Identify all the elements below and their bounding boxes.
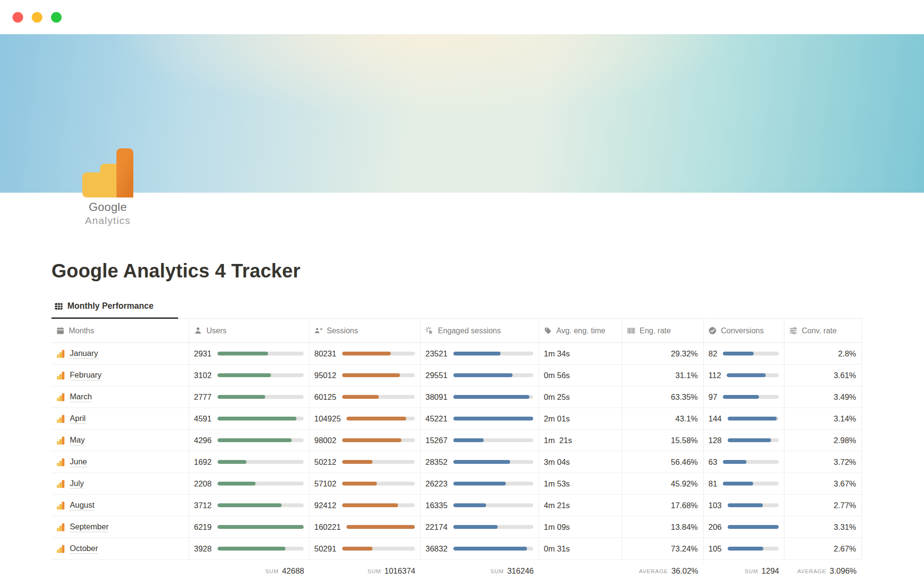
- conversions-cell[interactable]: 128: [704, 430, 784, 451]
- avg_time-cell[interactable]: 4m 21s: [539, 495, 622, 516]
- users-cell[interactable]: 4296: [189, 430, 309, 451]
- conv_rate-cell[interactable]: 3.49%: [784, 386, 862, 407]
- eng_rate-cell[interactable]: 29.32%: [622, 343, 704, 364]
- users-cell[interactable]: 2931: [189, 343, 309, 364]
- column-header-eng_rate[interactable]: Eng. rate: [622, 319, 704, 342]
- footer-sum-conversions[interactable]: SUM1294: [704, 560, 784, 578]
- avg_time-cell[interactable]: 1m 34s: [539, 343, 622, 364]
- users-cell[interactable]: 3928: [189, 538, 309, 559]
- conv_rate-cell[interactable]: 2.77%: [784, 495, 862, 516]
- users-cell[interactable]: 2208: [189, 473, 309, 494]
- month-link[interactable]: October: [51, 538, 189, 559]
- conv_rate-cell[interactable]: 2.67%: [784, 538, 862, 559]
- month-link[interactable]: March: [51, 386, 189, 407]
- footer-sum-sessions[interactable]: SUM1016374: [309, 560, 421, 578]
- month-link[interactable]: February: [51, 365, 189, 386]
- engaged-cell[interactable]: 16335: [421, 495, 539, 516]
- column-header-conv_rate[interactable]: Conv. rate: [784, 319, 862, 342]
- conv_rate-cell[interactable]: 3.72%: [784, 451, 862, 473]
- engaged-cell[interactable]: 26223: [421, 473, 539, 494]
- avg_time-cell[interactable]: 2m 01s: [539, 408, 622, 429]
- avg_time-cell[interactable]: 1m 53s: [539, 473, 622, 494]
- tab-monthly-performance[interactable]: Monthly Performance: [51, 301, 178, 319]
- footer-empty-avg_time[interactable]: [539, 560, 622, 578]
- window-minimize-button[interactable]: [32, 12, 42, 23]
- sessions-cell[interactable]: 98002: [309, 430, 421, 451]
- conv_rate-cell[interactable]: 3.31%: [784, 516, 862, 538]
- sessions-cell[interactable]: 50212: [309, 451, 421, 473]
- eng_rate-cell[interactable]: 56.46%: [622, 451, 704, 473]
- column-header-engaged[interactable]: Engaged sessions: [421, 319, 539, 342]
- engaged-cell[interactable]: 45221: [421, 408, 539, 429]
- month-link[interactable]: September: [51, 516, 189, 538]
- footer-empty-month[interactable]: [51, 560, 189, 578]
- column-header-avg_time[interactable]: Avg. eng. time: [539, 319, 622, 342]
- column-header-sessions[interactable]: Sessions: [309, 319, 421, 342]
- month-link[interactable]: June: [51, 451, 189, 473]
- conversions-cell[interactable]: 105: [704, 538, 784, 559]
- sessions-cell[interactable]: 104925: [309, 408, 421, 429]
- window-zoom-button[interactable]: [51, 12, 62, 23]
- avg_time-cell[interactable]: 0m 25s: [539, 386, 622, 407]
- month-link[interactable]: January: [51, 343, 189, 364]
- sessions-cell[interactable]: 80231: [309, 343, 421, 364]
- footer-average-conv_rate[interactable]: AVERAGE3.096%: [784, 560, 862, 578]
- conversions-cell[interactable]: 81: [704, 473, 784, 494]
- conversions-cell[interactable]: 97: [704, 386, 784, 407]
- users-cell[interactable]: 6219: [189, 516, 309, 538]
- footer-average-eng_rate[interactable]: AVERAGE36.02%: [622, 560, 704, 578]
- engaged-cell[interactable]: 36832: [421, 538, 539, 559]
- eng_rate-cell[interactable]: 31.1%: [622, 365, 704, 386]
- month-link[interactable]: May: [51, 430, 189, 451]
- month-link[interactable]: April: [51, 408, 189, 429]
- conv_rate-cell[interactable]: 2.98%: [784, 430, 862, 451]
- column-header-conversions[interactable]: Conversions: [704, 319, 784, 342]
- column-header-month[interactable]: Months: [51, 319, 189, 342]
- users-cell[interactable]: 3712: [189, 495, 309, 516]
- conversions-cell[interactable]: 82: [704, 343, 784, 364]
- eng_rate-cell[interactable]: 13.84%: [622, 516, 704, 538]
- sessions-cell[interactable]: 50291: [309, 538, 421, 559]
- conversions-cell[interactable]: 144: [704, 408, 784, 429]
- eng_rate-cell[interactable]: 45.92%: [622, 473, 704, 494]
- eng_rate-cell[interactable]: 17.68%: [622, 495, 704, 516]
- avg_time-cell[interactable]: 0m 31s: [539, 538, 622, 559]
- engaged-cell[interactable]: 28352: [421, 451, 539, 473]
- engaged-cell[interactable]: 22174: [421, 516, 539, 538]
- conv_rate-cell[interactable]: 2.8%: [784, 343, 862, 364]
- sessions-cell[interactable]: 95012: [309, 365, 421, 386]
- conv_rate-cell[interactable]: 3.61%: [784, 365, 862, 386]
- column-header-users[interactable]: Users: [189, 319, 309, 342]
- footer-sum-engaged[interactable]: SUM316246: [421, 560, 539, 578]
- eng_rate-cell[interactable]: 43.1%: [622, 408, 704, 429]
- users-cell[interactable]: 4591: [189, 408, 309, 429]
- conv_rate-cell[interactable]: 3.14%: [784, 408, 862, 429]
- conv_rate-cell[interactable]: 3.67%: [784, 473, 862, 494]
- users-cell[interactable]: 1692: [189, 451, 309, 473]
- conversions-cell[interactable]: 63: [704, 451, 784, 473]
- sessions-cell[interactable]: 92412: [309, 495, 421, 516]
- engaged-cell[interactable]: 23521: [421, 343, 539, 364]
- conversions-cell[interactable]: 103: [704, 495, 784, 516]
- users-cell[interactable]: 2777: [189, 386, 309, 407]
- sessions-cell[interactable]: 57102: [309, 473, 421, 494]
- engaged-cell[interactable]: 38091: [421, 386, 539, 407]
- sessions-cell[interactable]: 60125: [309, 386, 421, 407]
- month-link[interactable]: July: [51, 473, 189, 494]
- month-link[interactable]: August: [51, 495, 189, 516]
- eng_rate-cell[interactable]: 63.35%: [622, 386, 704, 407]
- conversions-cell[interactable]: 206: [704, 516, 784, 538]
- avg_time-cell[interactable]: 1m 21s: [539, 430, 622, 451]
- avg_time-cell[interactable]: 1m 09s: [539, 516, 622, 538]
- avg_time-cell[interactable]: 3m 04s: [539, 451, 622, 473]
- avg_time-cell[interactable]: 0m 56s: [539, 365, 622, 386]
- users-cell[interactable]: 3102: [189, 365, 309, 386]
- engaged-cell[interactable]: 29551: [421, 365, 539, 386]
- footer-sum-users[interactable]: SUM42688: [189, 560, 309, 578]
- conversions-cell[interactable]: 112: [704, 365, 784, 386]
- engaged-cell[interactable]: 15267: [421, 430, 539, 451]
- sessions-cell[interactable]: 160221: [309, 516, 421, 538]
- eng_rate-cell[interactable]: 15.58%: [622, 430, 704, 451]
- window-close-button[interactable]: [13, 12, 23, 23]
- eng_rate-cell[interactable]: 73.24%: [622, 538, 704, 559]
